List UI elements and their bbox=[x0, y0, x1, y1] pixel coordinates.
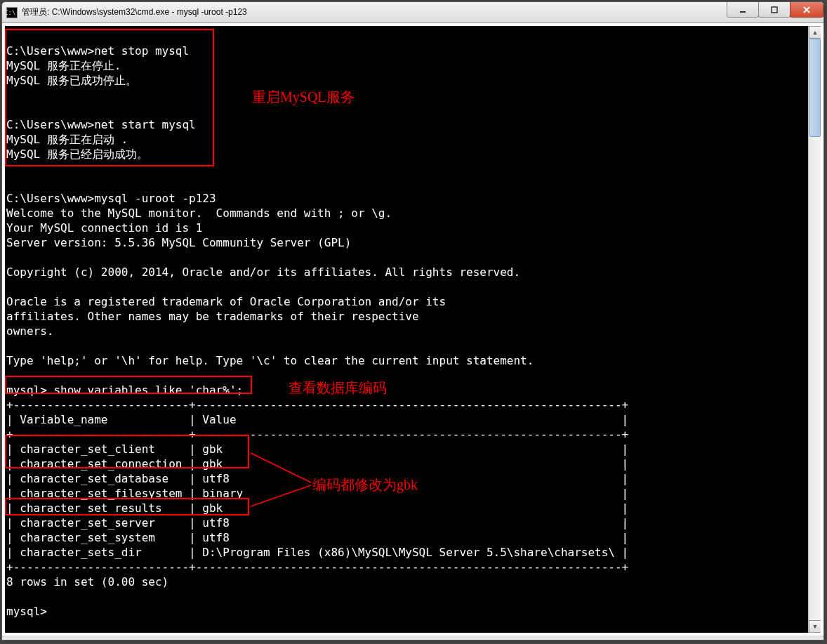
window-title: 管理员: C:\Windows\system32\cmd.exe - mysql… bbox=[22, 6, 247, 18]
terminal-output: C:\Users\www>net stop mysql MySQL 服务正在停止… bbox=[5, 26, 808, 633]
maximize-button[interactable] bbox=[758, 2, 790, 18]
vertical-scrollbar[interactable]: ▲ ▼ bbox=[808, 26, 821, 633]
titlebar[interactable]: C:\. 管理员: C:\Windows\system32\cmd.exe - … bbox=[2, 2, 823, 23]
scroll-thumb[interactable] bbox=[809, 39, 821, 137]
window-controls bbox=[727, 2, 823, 18]
minimize-button[interactable] bbox=[727, 2, 759, 18]
maximize-icon bbox=[770, 6, 779, 14]
cmd-icon: C:\. bbox=[6, 7, 18, 18]
terminal-area[interactable]: C:\Users\www>net stop mysql MySQL 服务正在停止… bbox=[5, 26, 821, 633]
cmd-window: C:\. 管理员: C:\Windows\system32\cmd.exe - … bbox=[1, 1, 824, 640]
close-icon bbox=[802, 6, 811, 14]
window-resize-edge[interactable] bbox=[2, 636, 823, 640]
minimize-icon bbox=[739, 6, 747, 14]
close-button[interactable] bbox=[790, 2, 823, 18]
scroll-down-button[interactable]: ▼ bbox=[809, 620, 821, 633]
scroll-up-button[interactable]: ▲ bbox=[809, 26, 821, 39]
svg-rect-1 bbox=[772, 7, 777, 13]
